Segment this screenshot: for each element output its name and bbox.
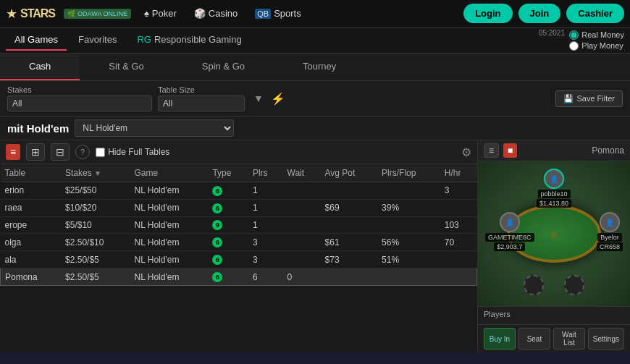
player-amount-top: $1,413.80 <box>537 199 571 208</box>
table-cell <box>283 199 321 216</box>
table-cell: 6 <box>208 182 248 200</box>
tab-sit-go[interactable]: Sit & Go <box>80 54 172 80</box>
preview-table-name: Pomona <box>592 145 624 156</box>
cashier-button[interactable]: Cashier <box>566 4 624 23</box>
stakes-sort-icon: ▼ <box>94 169 101 177</box>
game-type-select[interactable]: NL Hold'em PL Omaha Limit Hold'em <box>75 119 234 137</box>
save-filter-button[interactable]: 💾 Save Filter <box>555 90 623 107</box>
compact-view-button[interactable]: ⊞ <box>26 143 45 161</box>
settings-gear-button[interactable]: ⚙ <box>461 145 471 159</box>
table-cell: $10/$20 <box>61 199 130 216</box>
col-header-wait: Wait <box>283 164 321 182</box>
table-size-select[interactable]: All <box>158 96 245 111</box>
table-row[interactable]: Pomona$2.50/$5NL Hold'em660 <box>1 268 477 286</box>
table-cell <box>321 268 378 286</box>
table-cell: $2.50/$5 <box>61 285 130 287</box>
table-data-area: Table Stakes ▼ Game Type <box>0 164 477 287</box>
odawa-badge: 🌿 ODAWA ONLINE <box>64 9 131 19</box>
table-cell: ala <box>1 251 62 268</box>
table-cell: raea <box>1 199 62 216</box>
preview-view-icons: ≡ ■ <box>484 143 517 158</box>
buy-in-button[interactable]: Buy In <box>484 328 516 350</box>
table-cell <box>321 182 378 200</box>
real-money-option[interactable]: Real Money <box>569 30 624 40</box>
stakes-select[interactable]: All <box>7 96 152 111</box>
play-money-option[interactable]: Play Money <box>569 41 623 51</box>
preview-list-btn[interactable]: ≡ <box>484 143 499 158</box>
table-cell: 6 <box>248 268 283 286</box>
preview-players-section: Players <box>478 306 630 324</box>
table-cell <box>1 285 62 287</box>
table-row[interactable]: ala$2.50/$5NL Hold'em63$7351% <box>1 251 477 268</box>
table-cell: 3 <box>248 251 283 268</box>
tile-view-button[interactable]: ⊟ <box>51 143 70 161</box>
tab-responsible-gaming[interactable]: RG Responsible Gaming <box>128 30 250 51</box>
table-size-filter: Table Size All <box>158 85 245 111</box>
table-cell: 6 <box>208 268 248 286</box>
nav-sports[interactable]: QB Sports <box>251 5 305 22</box>
login-button[interactable]: Login <box>463 4 512 23</box>
table-cell: olga <box>1 234 62 251</box>
player-avatar-right: 👤 <box>600 212 620 232</box>
table-cell: 103 <box>440 216 477 234</box>
nav-poker[interactable]: ♠ Poker <box>140 5 181 22</box>
preview-header: ≡ ■ Pomona <box>478 140 630 161</box>
table-cell <box>440 251 477 268</box>
table-cell: NL Hold'em <box>130 268 209 286</box>
table-row[interactable]: $2.50/$5NL Hold'em9 <box>1 285 477 287</box>
games-table: Table Stakes ▼ Game Type <box>0 164 477 287</box>
help-button[interactable]: ? <box>75 145 90 159</box>
filter-active-icon: ⚡ <box>271 92 285 106</box>
seat-button[interactable]: Seat <box>518 328 550 350</box>
preview-red-btn[interactable]: ■ <box>503 143 517 158</box>
table-cell: 1 <box>248 199 283 216</box>
table-preview-panel: ≡ ■ Pomona ♠ 👤 pobble10 $1,413.80 � <box>478 140 630 352</box>
table-cell <box>283 234 321 251</box>
col-header-stakes[interactable]: Stakes ▼ <box>61 164 130 182</box>
table-cell <box>248 285 283 287</box>
tab-all-games[interactable]: All Games <box>6 30 67 51</box>
table-body: erion$25/$50NL Hold'em613raea$10/$20NL H… <box>1 182 477 288</box>
table-cell: $2.50/$10 <box>61 234 130 251</box>
table-cell: 6 <box>208 199 248 216</box>
table-row[interactable]: raea$10/$20NL Hold'em61$6939% <box>1 199 477 216</box>
casino-icon: 🎲 <box>194 8 206 19</box>
second-navigation: All Games Favorites RG Responsible Gamin… <box>0 27 630 54</box>
col-header-game: Game <box>130 164 209 182</box>
col-header-avg-pot: Avg Pot <box>321 164 378 182</box>
table-cell: NL Hold'em <box>130 182 209 200</box>
table-cell: 39% <box>377 199 440 216</box>
poker-icon: ♠ <box>144 8 149 19</box>
player-avatar-left: 👤 <box>500 212 520 232</box>
table-cell: 3 <box>440 182 477 200</box>
col-header-table: Table <box>1 164 62 182</box>
table-cell: 70 <box>440 234 477 251</box>
table-cell: 56% <box>377 234 440 251</box>
rg-icon: RG <box>137 34 151 45</box>
settings-button[interactable]: Settings <box>588 328 624 350</box>
tab-tourney[interactable]: Tourney <box>274 54 365 80</box>
filter-icon: ▼ <box>253 93 264 104</box>
stakes-label: Stakes <box>7 85 152 94</box>
join-button[interactable]: Join <box>518 4 561 23</box>
table-row[interactable]: olga$2.50/$10NL Hold'em63$6156%70 <box>1 234 477 251</box>
hide-full-tables-checkbox[interactable]: Hide Full Tables <box>96 147 169 157</box>
table-cell <box>377 285 440 287</box>
save-filter-icon: 💾 <box>563 94 574 103</box>
nav-casino[interactable]: 🎲 Casino <box>190 5 242 22</box>
table-cell: 9 <box>208 285 248 287</box>
wait-list-button[interactable]: Wait List <box>553 328 585 350</box>
main-content: ≡ ⊞ ⊟ ? Hide Full Tables ⚙ Table St <box>0 140 630 352</box>
tab-spin-go[interactable]: Spin & Go <box>173 54 274 80</box>
table-row[interactable]: erope$5/$10NL Hold'em91103 <box>1 216 477 234</box>
list-view-button[interactable]: ≡ <box>6 144 20 160</box>
game-name-row: mit Hold'em NL Hold'em PL Omaha Limit Ho… <box>0 117 630 140</box>
table-cell <box>440 285 477 287</box>
table-cell <box>283 251 321 268</box>
table-cell: 6 <box>208 234 248 251</box>
table-cell: $5/$10 <box>61 216 130 234</box>
player-info-right: Byelor <box>597 233 622 242</box>
table-row[interactable]: erion$25/$50NL Hold'em613 <box>1 182 477 200</box>
tab-cash[interactable]: Cash <box>0 54 80 80</box>
tab-favorites[interactable]: Favorites <box>70 30 125 51</box>
